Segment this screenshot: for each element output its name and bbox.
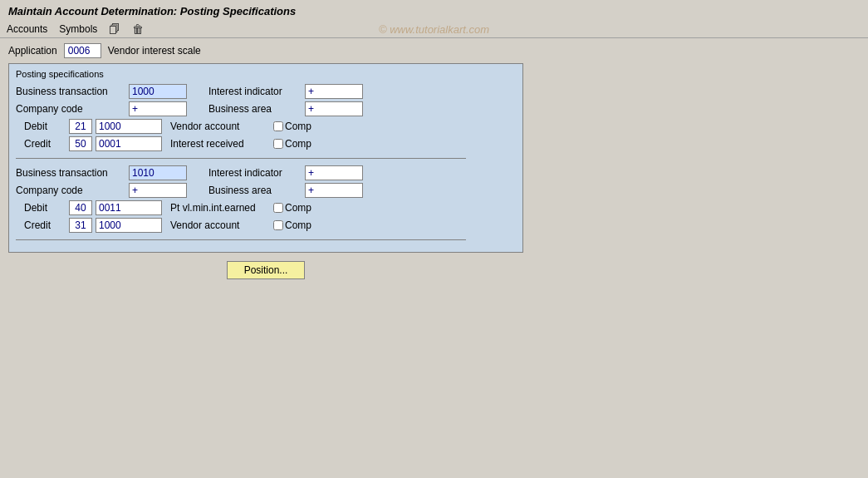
s2-business-transaction-input[interactable] (129, 165, 187, 180)
s1-interest-indicator-label: Interest indicator (208, 86, 300, 97)
menu-accounts[interactable]: Accounts (7, 23, 47, 35)
s1-debit-comp-checkbox[interactable] (273, 121, 283, 131)
separator-2 (16, 239, 466, 240)
panel-title: Posting specifications (16, 69, 516, 79)
separator-1 (16, 158, 466, 159)
s1-credit-comp-label: Comp (285, 138, 311, 150)
s1-credit-row: Credit Interest received Comp (24, 136, 516, 151)
s2-credit-comp-label: Comp (285, 219, 311, 231)
position-button[interactable]: Position... (227, 261, 306, 279)
bottom-area: Position... (8, 261, 523, 279)
app-row: Application 0006 Vendor interest scale (8, 43, 860, 58)
s1-business-area-label: Business area (208, 103, 300, 115)
s1-credit-comp-wrap[interactable]: Comp (273, 138, 311, 150)
s2-interest-indicator-label: Interest indicator (208, 167, 300, 179)
s2-credit-acc[interactable] (96, 218, 162, 233)
s2-credit-desc: Vendor account (170, 219, 270, 231)
s2-credit-num[interactable] (69, 218, 92, 233)
s2-company-code-input[interactable] (129, 183, 187, 198)
menu-symbols[interactable]: Symbols (59, 23, 97, 35)
s1-business-transaction-label: Business transaction (16, 86, 124, 97)
s1-credit-acc[interactable] (96, 136, 162, 151)
s1-business-transaction-row: Business transaction Interest indicator (16, 84, 516, 99)
s1-debit-desc: Vendor account (170, 121, 270, 132)
s1-debit-row: Debit Vendor account Comp (24, 119, 516, 134)
s1-debit-label: Debit (24, 121, 66, 132)
app-label: Application (8, 45, 57, 57)
s2-credit-comp-checkbox[interactable] (273, 220, 283, 230)
page-title: Maintain Account Determination: Posting … (8, 5, 296, 17)
s2-debit-comp-wrap[interactable]: Comp (273, 202, 311, 214)
s2-credit-row: Credit Vendor account Comp (24, 218, 516, 233)
s2-interest-indicator-input[interactable] (305, 165, 363, 180)
s1-credit-num[interactable] (69, 136, 92, 151)
s1-debit-comp-wrap[interactable]: Comp (273, 121, 311, 132)
s2-debit-comp-label: Comp (285, 202, 311, 214)
s2-debit-label: Debit (24, 202, 66, 214)
s1-debit-comp-label: Comp (285, 121, 311, 132)
s2-debit-num[interactable] (69, 200, 92, 215)
s1-credit-label: Credit (24, 138, 66, 150)
copy-icon[interactable]: 🗍 (109, 22, 120, 36)
s2-business-transaction-label: Business transaction (16, 167, 124, 179)
app-value: 0006 (64, 43, 101, 58)
s2-business-transaction-row: Business transaction Interest indicator (16, 165, 516, 180)
main-panel: Posting specifications Business transact… (8, 63, 523, 253)
s1-business-transaction-input[interactable] (129, 84, 187, 99)
s2-credit-comp-wrap[interactable]: Comp (273, 219, 311, 231)
watermark: © www.tutorialkart.com (379, 23, 489, 36)
s1-interest-indicator-input[interactable] (305, 84, 363, 99)
s1-credit-desc: Interest received (170, 138, 270, 150)
s1-debit-acc[interactable] (96, 119, 162, 134)
delete-icon[interactable]: 🗑 (132, 22, 144, 36)
s1-company-code-input[interactable] (129, 101, 187, 116)
s2-debit-acc[interactable] (96, 200, 162, 215)
s2-business-area-input[interactable] (305, 183, 363, 198)
s1-company-code-label: Company code (16, 103, 124, 115)
s1-credit-comp-checkbox[interactable] (273, 139, 283, 149)
s2-business-area-label: Business area (208, 185, 300, 196)
s1-business-area-input[interactable] (305, 101, 363, 116)
s2-debit-desc: Pt vl.min.int.earned (170, 202, 270, 214)
s2-company-code-row: Company code Business area (16, 183, 516, 198)
s1-company-code-row: Company code Business area (16, 101, 516, 116)
app-description: Vendor interest scale (108, 45, 201, 57)
s2-debit-row: Debit Pt vl.min.int.earned Comp (24, 200, 516, 215)
title-bar: Maintain Account Determination: Posting … (0, 0, 868, 21)
s1-debit-num[interactable] (69, 119, 92, 134)
s2-credit-label: Credit (24, 219, 66, 231)
s2-debit-comp-checkbox[interactable] (273, 203, 283, 213)
menu-bar: Accounts Symbols 🗍 🗑 © www.tutorialkart.… (0, 21, 868, 38)
s2-company-code-label: Company code (16, 185, 124, 196)
